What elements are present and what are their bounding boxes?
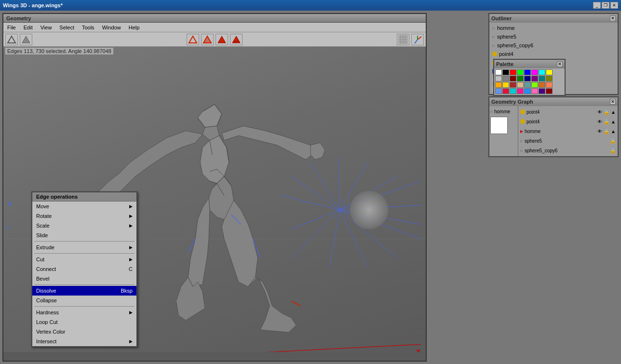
close-btn[interactable]: ✕ <box>610 2 618 9</box>
palette-color[interactable] <box>510 69 516 75</box>
context-item-cut[interactable]: Cut ▶ <box>32 255 136 264</box>
palette-color[interactable] <box>531 69 538 75</box>
geograph-item[interactable]: ▶ homme 👁 🔒 ▲ <box>519 126 617 136</box>
list-item[interactable]: ▶ sphere5_copy6 <box>490 41 617 50</box>
eye-icon[interactable]: 👁 <box>597 109 602 115</box>
menu-window[interactable]: Window <box>98 24 125 31</box>
geometry-title: Geometry <box>3 14 426 23</box>
palette-color[interactable] <box>546 76 553 81</box>
arrow-up-icon[interactable]: ▲ <box>611 129 616 134</box>
context-item-extrude[interactable]: Extrude ▶ <box>32 243 136 252</box>
menu-edit[interactable]: Edit <box>20 24 37 31</box>
menu-file[interactable]: File <box>3 24 20 31</box>
svg-text:×: × <box>416 347 420 352</box>
palette-color[interactable] <box>524 88 531 94</box>
context-item-intersect[interactable]: Intersect ▶ <box>32 337 136 346</box>
context-separator <box>34 306 135 307</box>
arrow-up-icon[interactable]: ▲ <box>611 119 616 124</box>
palette-color[interactable] <box>531 82 538 88</box>
geograph-item[interactable]: ▶ sphere5_copy6 🔒 <box>519 146 617 155</box>
palette-color[interactable] <box>502 88 509 94</box>
palette-color[interactable] <box>539 76 545 81</box>
palette-color[interactable] <box>531 76 538 81</box>
palette-color[interactable] <box>546 88 553 94</box>
toolbar-btn-grid[interactable] <box>397 34 409 45</box>
context-item-label: Vertex Color <box>36 329 66 335</box>
palette-color[interactable] <box>495 82 502 88</box>
eye-icon[interactable]: 👁 <box>597 119 602 124</box>
context-item-vertexcolor[interactable]: Vertex Color <box>32 327 136 337</box>
palette-color[interactable] <box>517 69 524 75</box>
palette-color[interactable] <box>495 69 502 75</box>
lock-icon[interactable]: 🔒 <box>604 129 609 134</box>
outliner-close-btn[interactable]: ✕ <box>610 15 616 21</box>
svg-line-29 <box>282 196 339 210</box>
toolbar-btn-tri-red2[interactable] <box>230 34 243 45</box>
minimize-btn[interactable]: _ <box>593 2 601 9</box>
context-item-rotate[interactable]: Rotate ▶ <box>32 211 136 221</box>
palette-color[interactable] <box>524 76 531 81</box>
list-item[interactable]: point4 <box>490 50 617 58</box>
geograph-item[interactable]: point4 👁 🔒 ▲ <box>519 117 617 126</box>
geometry-graph-close-btn[interactable]: ✕ <box>610 99 616 105</box>
arrow-icon: ▶ <box>129 257 133 262</box>
arrow-icon: ▶ <box>129 245 133 250</box>
context-item-collapse[interactable]: Collapse <box>32 296 136 305</box>
palette-color[interactable] <box>510 76 516 81</box>
context-item-connect[interactable]: Connect C <box>32 264 136 274</box>
list-item[interactable]: ▶ sphere5 <box>490 32 617 41</box>
context-item-hardness[interactable]: Hardness ▶ <box>32 308 136 317</box>
arrow-up-icon[interactable]: ▲ <box>611 109 616 115</box>
lock-icon[interactable]: 🔒 <box>604 109 609 115</box>
menu-tools[interactable]: Tools <box>78 24 98 31</box>
palette-color[interactable] <box>524 69 531 75</box>
palette-color[interactable] <box>517 76 524 81</box>
palette-color[interactable] <box>495 88 502 94</box>
menu-help[interactable]: Help <box>125 24 144 31</box>
toolbar-btn-tri-outline[interactable] <box>5 34 18 45</box>
tri-red-icon: ▶ <box>520 129 523 134</box>
context-item-slide[interactable]: Slide <box>32 230 136 240</box>
toolbar-btn-axes[interactable] <box>411 34 424 45</box>
eye-icon[interactable]: 👁 <box>597 129 602 134</box>
context-item-move[interactable]: Move ▶ <box>32 202 136 211</box>
palette-close-btn[interactable]: ✕ <box>557 61 563 67</box>
context-item-label: Bevel <box>36 276 50 282</box>
arrow-icon: ▶ <box>129 223 133 228</box>
context-item-loopcut[interactable]: Loop Cut <box>32 317 136 327</box>
palette-color[interactable] <box>524 82 531 88</box>
palette-color[interactable] <box>546 69 553 75</box>
menu-select[interactable]: Select <box>55 24 78 31</box>
palette-color[interactable] <box>517 82 524 88</box>
palette-color[interactable] <box>517 88 524 94</box>
menu-view[interactable]: View <box>37 24 56 31</box>
svg-marker-59 <box>310 143 325 160</box>
palette-color[interactable] <box>495 76 502 81</box>
lock-icon[interactable]: 🔒 <box>604 119 609 124</box>
context-item-dissolve[interactable]: Dissolve Bksp <box>32 286 136 296</box>
geograph-parent-item[interactable]: ▶ homme <box>490 107 517 116</box>
palette-color[interactable] <box>502 76 509 81</box>
svg-text:z: z <box>7 224 10 230</box>
palette-color[interactable] <box>546 82 553 88</box>
lock-icon[interactable]: 🔒 <box>610 148 616 153</box>
palette-color[interactable] <box>539 69 545 75</box>
geograph-item[interactable]: ▶ sphere5 🔒 <box>519 136 617 146</box>
context-item-bevel[interactable]: Bevel <box>32 274 136 283</box>
palette-color[interactable] <box>510 88 516 94</box>
context-item-scale[interactable]: Scale ▶ <box>32 221 136 230</box>
toolbar-btn-tri-filled[interactable] <box>20 34 32 45</box>
palette-color[interactable] <box>510 82 516 88</box>
geograph-item[interactable]: point4 👁 🔒 ▲ <box>519 107 617 117</box>
toolbar-btn-tri-red-outline[interactable] <box>187 34 199 45</box>
list-item[interactable]: ▶ homme <box>490 24 617 32</box>
lock-icon[interactable]: 🔒 <box>610 138 616 144</box>
palette-color[interactable] <box>539 88 545 94</box>
palette-color[interactable] <box>531 88 538 94</box>
palette-color[interactable] <box>539 82 545 88</box>
restore-btn[interactable]: ❐ <box>602 2 609 9</box>
palette-color[interactable] <box>502 82 509 88</box>
toolbar-btn-tri-red-half[interactable] <box>201 34 214 45</box>
toolbar-btn-tri-red1[interactable] <box>216 34 228 45</box>
palette-color[interactable] <box>502 69 509 75</box>
